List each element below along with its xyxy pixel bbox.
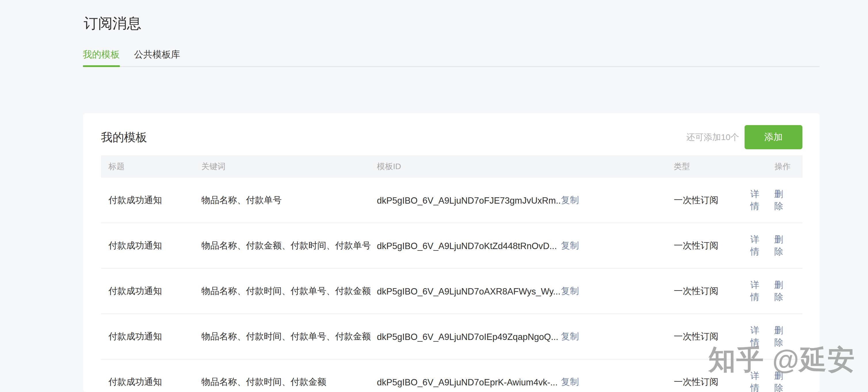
delete-link[interactable]: 删除: [774, 188, 790, 212]
template-id-text: dkP5gIBO_6V_A9LjuND7oAXR8AFWys_Wy...: [377, 287, 561, 297]
delete-link[interactable]: 删除: [774, 233, 790, 258]
cell-template-id: dkP5gIBO_6V_A9LjuND7oKtZd448tRnOvD...复制: [377, 239, 674, 252]
header-keywords: 关键词: [202, 161, 377, 172]
cell-title: 付款成功通知: [101, 239, 202, 252]
cell-title: 付款成功通知: [101, 285, 202, 297]
cell-keywords: 物品名称、付款时间、付款单号、付款金额: [202, 285, 377, 297]
cell-operations: 详情删除: [750, 188, 802, 212]
copy-link[interactable]: 复制: [561, 286, 579, 296]
header-operations: 操作: [750, 161, 802, 172]
panel-header: 我的模板 还可添加10个 添加: [101, 125, 802, 149]
copy-link[interactable]: 复制: [561, 331, 579, 341]
table-row: 付款成功通知 物品名称、付款时间、付款单号、付款金额 dkP5gIBO_6V_A…: [101, 314, 802, 359]
cell-title: 付款成功通知: [101, 194, 202, 206]
cell-template-id: dkP5gIBO_6V_A9LjuND7oFJE73gmJvUxRm...复制: [377, 194, 674, 206]
table-row: 付款成功通知 物品名称、付款单号 dkP5gIBO_6V_A9LjuND7oFJ…: [101, 178, 802, 223]
subscription-message-page: 订阅消息 我的模板 公共模板库 我的模板 还可添加10个 添加 标题 关键词 模…: [0, 0, 868, 392]
copy-link[interactable]: 复制: [561, 195, 579, 205]
delete-link[interactable]: 删除: [774, 279, 790, 303]
detail-link[interactable]: 详情: [750, 233, 767, 258]
templates-table: 标题 关键词 模板ID 类型 操作 付款成功通知 物品名称、付款单号 dkP5g…: [101, 155, 802, 392]
template-id-text: dkP5gIBO_6V_A9LjuND7oIEp49ZqapNgoQ...: [377, 332, 561, 342]
cell-title: 付款成功通知: [101, 376, 202, 388]
detail-link[interactable]: 详情: [750, 279, 767, 303]
table-row: 付款成功通知 物品名称、付款时间、付款单号、付款金额 dkP5gIBO_6V_A…: [101, 268, 802, 314]
cell-type: 一次性订阅: [674, 285, 750, 297]
page-title: 订阅消息: [84, 14, 141, 33]
cell-type: 一次性订阅: [674, 239, 750, 252]
header-title: 标题: [101, 161, 202, 172]
cell-operations: 详情删除: [750, 233, 802, 258]
template-id-text: dkP5gIBO_6V_A9LjuND7oFJE73gmJvUxRm...: [377, 196, 561, 206]
copy-link[interactable]: 复制: [561, 377, 579, 387]
cell-title: 付款成功通知: [101, 330, 202, 342]
cell-template-id: dkP5gIBO_6V_A9LjuND7oEprK-Awium4vk-...复制: [377, 376, 674, 388]
table-header-row: 标题 关键词 模板ID 类型 操作: [101, 155, 802, 178]
add-template-button[interactable]: 添加: [745, 125, 802, 149]
tab-divider-line: [83, 66, 820, 67]
template-id-text: dkP5gIBO_6V_A9LjuND7oEprK-Awium4vk-...: [377, 377, 561, 388]
cell-keywords: 物品名称、付款时间、付款金额: [202, 376, 377, 388]
cell-keywords: 物品名称、付款单号: [202, 194, 377, 206]
cell-keywords: 物品名称、付款金额、付款时间、付款单号: [202, 239, 377, 252]
panel-title: 我的模板: [101, 129, 686, 145]
cell-keywords: 物品名称、付款时间、付款单号、付款金额: [202, 330, 377, 342]
cell-type: 一次性订阅: [674, 194, 750, 206]
tab-my-templates[interactable]: 我的模板: [83, 48, 120, 61]
remaining-quota-text: 还可添加10个: [686, 131, 739, 143]
template-id-text: dkP5gIBO_6V_A9LjuND7oKtZd448tRnOvD...: [377, 241, 561, 251]
cell-template-id: dkP5gIBO_6V_A9LjuND7oAXR8AFWys_Wy...复制: [377, 285, 674, 297]
table-row: 付款成功通知 物品名称、付款时间、付款金额 dkP5gIBO_6V_A9LjuN…: [101, 359, 802, 392]
zhihu-watermark: 知乎 @延安: [708, 342, 855, 379]
detail-link[interactable]: 详情: [750, 188, 767, 212]
copy-link[interactable]: 复制: [561, 240, 579, 251]
header-template-id: 模板ID: [377, 161, 674, 172]
cell-template-id: dkP5gIBO_6V_A9LjuND7oIEp49ZqapNgoQ...复制: [377, 330, 674, 342]
cell-operations: 详情删除: [750, 279, 802, 303]
tab-public-template-library[interactable]: 公共模板库: [134, 48, 180, 61]
tab-bar: 我的模板 公共模板库: [83, 48, 180, 61]
active-tab-indicator: [83, 65, 120, 67]
cell-type: 一次性订阅: [674, 330, 750, 342]
header-type: 类型: [674, 161, 750, 172]
table-row: 付款成功通知 物品名称、付款金额、付款时间、付款单号 dkP5gIBO_6V_A…: [101, 223, 802, 268]
